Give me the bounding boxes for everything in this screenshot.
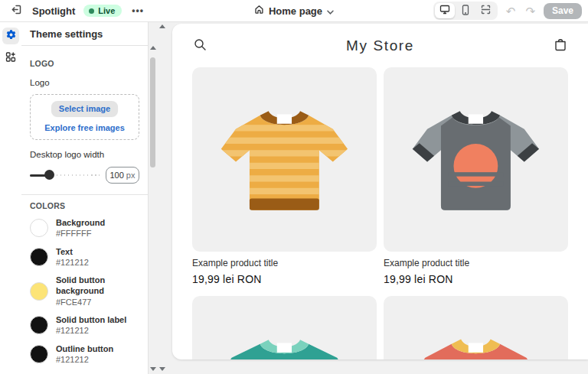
undo-button[interactable]: ↶ [505,5,518,17]
store-preview: My Store [172,24,588,359]
page-selector[interactable]: Home page [250,4,338,18]
gear-icon [5,29,17,43]
product-image-red-gold-trim-tshirt[interactable] [384,296,568,359]
logo-width-control: 100 px [30,167,139,184]
logo-width-input[interactable]: 100 px [106,167,139,184]
sidebar-rail [0,22,21,374]
color-hex: #121212 [56,257,89,268]
product-image-teal-tshirt[interactable] [192,296,377,359]
store-header: My Store [172,24,588,67]
desktop-icon [439,5,450,17]
redo-button[interactable]: ↷ [524,5,537,17]
color-swatch[interactable] [30,248,48,266]
section-divider [21,194,148,195]
color-setting-outline-button[interactable]: Outline button #121212 [30,343,139,366]
color-hex: #121212 [56,325,126,336]
color-name: Solid button background [56,275,139,297]
save-button[interactable]: Save [544,3,582,19]
color-setting-text[interactable]: Text #121212 [30,246,139,268]
chevron-down-icon [327,5,334,17]
explore-free-images-link[interactable]: Explore free images [40,122,129,133]
device-preview-switcher [433,2,498,20]
scroll-down-icon[interactable] [159,367,165,371]
color-name: Outline button [56,343,113,354]
scroll-down-icon[interactable] [150,367,156,371]
color-name: Background [56,217,105,228]
color-setting-background[interactable]: Background #FFFFFF [30,217,139,239]
panel-title: Theme settings [21,22,148,46]
panel-body: LOGO Logo Select image Explore free imag… [21,46,148,374]
select-image-button[interactable]: Select image [51,101,118,116]
product-title[interactable]: Example product title [192,258,377,269]
logo-width-value: 100 [110,171,124,180]
scroll-up-icon[interactable] [150,46,156,50]
settings-scrollbar[interactable] [149,22,157,374]
store-name[interactable]: My Store [172,37,588,54]
canvas-scrollbar[interactable] [158,22,166,374]
scrollbar-thumb[interactable] [150,57,155,167]
product-card[interactable]: Example product title 19,99 lei RON [384,67,568,286]
fullscreen-icon [481,5,491,17]
undo-icon: ↶ [506,5,516,18]
product-grid: Example product title 19,99 lei RON [172,67,588,359]
more-actions-button[interactable]: ••• [130,5,145,17]
color-hex: #121212 [56,354,113,365]
color-name: Solid button label [56,314,126,325]
color-setting-solid-button-label[interactable]: Solid button label #121212 [30,314,139,337]
color-setting-solid-button-background[interactable]: Solid button background #FCE477 [30,275,139,307]
color-hex: #FCE477 [56,297,139,307]
desktop-view-button[interactable] [435,3,455,18]
color-swatch[interactable] [30,345,48,363]
scroll-up-icon[interactable] [159,24,165,28]
logo-width-slider[interactable] [30,170,100,180]
theme-settings-panel: Theme settings LOGO Logo Select image Ex… [21,22,149,374]
product-image-gray-sunset-tshirt[interactable] [384,67,568,252]
color-name: Text [56,246,89,257]
color-swatch[interactable] [30,219,48,237]
theme-settings-rail-button[interactable] [2,28,19,44]
exit-editor-button[interactable] [9,2,24,19]
page-selector-label: Home page [269,5,322,17]
live-badge-label: Live [98,6,115,15]
product-image-orange-striped-tshirt[interactable] [192,67,377,252]
mobile-icon [462,5,469,18]
fullscreen-view-button[interactable] [476,3,496,18]
topbar: Spotlight Live ••• Home page [0,0,588,22]
theme-name: Spotlight [32,5,75,17]
color-hex: #FFFFFF [56,228,105,239]
redo-icon: ↷ [525,5,535,18]
exit-icon [11,4,22,18]
logo-width-label: Desktop logo width [30,150,139,159]
slider-thumb[interactable] [44,170,54,180]
product-card[interactable]: Example product title 19,99 lei RON [192,67,377,286]
more-dots-icon: ••• [132,6,144,15]
app-embeds-rail-button[interactable] [2,50,19,67]
color-swatch[interactable] [30,316,48,334]
product-caption: Example product title 19,99 lei RON [384,258,568,286]
topbar-right: ↶ ↷ Save [433,2,588,20]
topbar-left: Spotlight Live ••• [0,2,145,19]
product-price: 19,99 lei RON [384,272,568,286]
product-caption: Example product title 19,99 lei RON [192,258,377,286]
product-card[interactable] [192,296,377,359]
color-swatch[interactable] [30,282,48,301]
product-card[interactable] [384,296,568,359]
live-status-badge: Live [83,5,122,17]
logo-field-label: Logo [30,78,139,87]
product-title[interactable]: Example product title [384,258,568,269]
product-price: 19,99 lei RON [192,272,377,286]
logo-width-unit: px [126,171,136,180]
live-dot-icon [89,8,94,14]
home-icon [254,5,264,17]
main-area: Theme settings LOGO Logo Select image Ex… [0,22,588,374]
mobile-view-button[interactable] [456,3,475,18]
colors-section-heading: COLORS [30,201,139,210]
theme-editor: Spotlight Live ••• Home page [0,0,588,374]
logo-section-heading: LOGO [30,59,139,68]
app-embeds-icon [5,52,16,65]
logo-image-picker: Select image Explore free images [30,94,139,140]
